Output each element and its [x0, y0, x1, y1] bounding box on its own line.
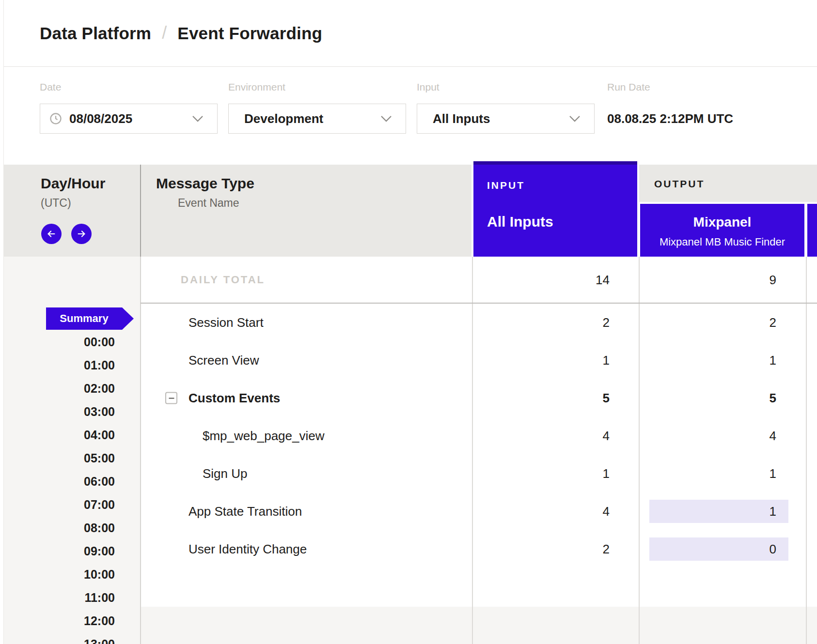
- daily-total-row: DAILY TOTAL 14 9: [141, 257, 817, 304]
- hour-label[interactable]: 02:00: [0, 377, 141, 400]
- daily-total-input-value: 14: [596, 272, 610, 287]
- row-input-value: 2: [603, 542, 610, 557]
- hour-label[interactable]: 12:00: [0, 609, 141, 632]
- row-output-value: 1: [770, 353, 776, 368]
- input-value: All Inputs: [433, 111, 490, 126]
- row-input-value: 4: [603, 504, 610, 519]
- environment-value: Development: [244, 111, 323, 126]
- row-label: User Identity Change: [189, 542, 307, 557]
- table-row: Sign Up 1 1: [141, 455, 817, 492]
- output-connection-name: Mixpanel: [640, 215, 804, 230]
- table-row: Custom Events 5 5: [141, 379, 817, 417]
- input-column-kicker: INPUT: [487, 180, 525, 191]
- hour-label[interactable]: 01:00: [0, 353, 141, 377]
- table-row: User Identity Change 2 0: [141, 530, 817, 568]
- table-footer-background: [141, 607, 817, 644]
- hour-label[interactable]: 11:00: [0, 586, 141, 609]
- row-output-value: 0: [770, 542, 776, 557]
- arrow-right-icon: [76, 229, 87, 239]
- row-output-value: 5: [770, 391, 776, 406]
- hour-label[interactable]: 13:00: [0, 632, 141, 644]
- output-connection-subtitle: Mixpanel MB Music Finder: [640, 236, 804, 248]
- table-row: $mp_web_page_view 4 4: [141, 417, 817, 455]
- row-label: Session Start: [189, 315, 264, 330]
- input-column-header[interactable]: INPUT All Inputs: [473, 161, 637, 257]
- row-input-value: 2: [603, 315, 610, 330]
- row-output-value: 1: [770, 466, 776, 481]
- row-output-value: 2: [770, 315, 776, 330]
- row-output-cell: 1: [649, 349, 788, 372]
- breadcrumb-section[interactable]: Data Platform: [40, 24, 151, 43]
- hour-label[interactable]: 00:00: [0, 330, 141, 353]
- daily-total-label: DAILY TOTAL: [181, 274, 265, 286]
- table-row: Screen View 1 1: [141, 341, 817, 379]
- row-label: Sign Up: [203, 466, 248, 481]
- row-label: App State Transition: [189, 504, 302, 519]
- hours-rail: 00:00 01:00 02:00 03:00 04:00 05:00 06:0…: [0, 330, 141, 644]
- page-title: Event Forwarding: [177, 24, 322, 43]
- hour-label[interactable]: 04:00: [0, 423, 141, 446]
- row-output-value: 1: [770, 504, 776, 519]
- environment-dropdown[interactable]: Development: [228, 104, 406, 134]
- output-section-label: OUTPUT: [654, 178, 705, 190]
- row-output-cell: 2: [649, 311, 788, 334]
- previous-day-button[interactable]: [41, 224, 62, 244]
- message-rows: Session Start 2 2 Screen View 1 1 Custom…: [141, 304, 817, 568]
- minus-glyph: [169, 398, 174, 399]
- day-hour-timezone: (UTC): [41, 197, 71, 210]
- hour-label[interactable]: 07:00: [0, 493, 141, 516]
- next-output-column-partial[interactable]: [807, 204, 817, 257]
- day-hour-header: Day/Hour: [41, 175, 105, 192]
- row-output-cell: 5: [649, 386, 788, 410]
- event-name-subheader: Event Name: [178, 197, 239, 210]
- row-input-value: 1: [603, 353, 610, 368]
- page-left-edge: [0, 0, 4, 644]
- message-type-header: Message Type: [156, 175, 254, 192]
- summary-tab[interactable]: Summary: [46, 307, 122, 330]
- run-date-value: 08.08.25 2:12PM UTC: [607, 104, 733, 134]
- row-output-cell: 0: [649, 537, 788, 561]
- chevron-down-icon: [380, 115, 392, 122]
- output-column-header[interactable]: Mixpanel Mixpanel MB Music Finder: [640, 204, 804, 257]
- breadcrumb-separator: /: [162, 23, 167, 43]
- row-input-value: 4: [603, 429, 610, 444]
- hour-label[interactable]: 09:00: [0, 539, 141, 563]
- row-label: $mp_web_page_view: [203, 429, 325, 444]
- row-output-cell: 1: [649, 462, 788, 485]
- hour-label[interactable]: 06:00: [0, 470, 141, 493]
- input-label: Input: [417, 81, 440, 93]
- breadcrumb: Data Platform / Event Forwarding: [40, 0, 322, 67]
- daily-total-output-value: 9: [770, 272, 776, 287]
- table-row: Session Start 2 2: [141, 304, 817, 341]
- date-value: 08/08/2025: [69, 111, 132, 126]
- clock-icon: [49, 112, 63, 125]
- chevron-down-icon: [569, 115, 581, 122]
- date-label: Date: [40, 81, 61, 93]
- row-output-value: 4: [770, 429, 776, 444]
- row-label: Custom Events: [189, 391, 280, 406]
- hour-label[interactable]: 08:00: [0, 516, 141, 539]
- hour-label[interactable]: 05:00: [0, 446, 141, 470]
- environment-label: Environment: [228, 81, 285, 93]
- hour-label[interactable]: 10:00: [0, 563, 141, 586]
- chevron-down-icon: [192, 115, 204, 122]
- input-column-name: All Inputs: [487, 214, 553, 230]
- table-row: App State Transition 4 1: [141, 492, 817, 530]
- arrow-left-icon: [46, 229, 57, 239]
- input-dropdown[interactable]: All Inputs: [417, 104, 595, 134]
- date-dropdown[interactable]: 08/08/2025: [40, 104, 218, 134]
- minus-box-icon[interactable]: [165, 392, 177, 404]
- row-output-cell: 4: [649, 424, 788, 447]
- row-label: Screen View: [189, 353, 259, 368]
- next-day-button[interactable]: [71, 224, 92, 244]
- row-input-value: 5: [603, 391, 610, 406]
- row-output-cell: 1: [649, 500, 788, 523]
- hour-label[interactable]: 03:00: [0, 400, 141, 423]
- event-forwarding-page: Data Platform / Event Forwarding Date En…: [0, 0, 817, 644]
- top-header: Data Platform / Event Forwarding: [0, 0, 817, 67]
- run-date-label: Run Date: [607, 81, 650, 93]
- header-column-divider: [140, 165, 141, 257]
- summary-tab-label: Summary: [60, 312, 108, 325]
- row-input-value: 1: [603, 466, 610, 481]
